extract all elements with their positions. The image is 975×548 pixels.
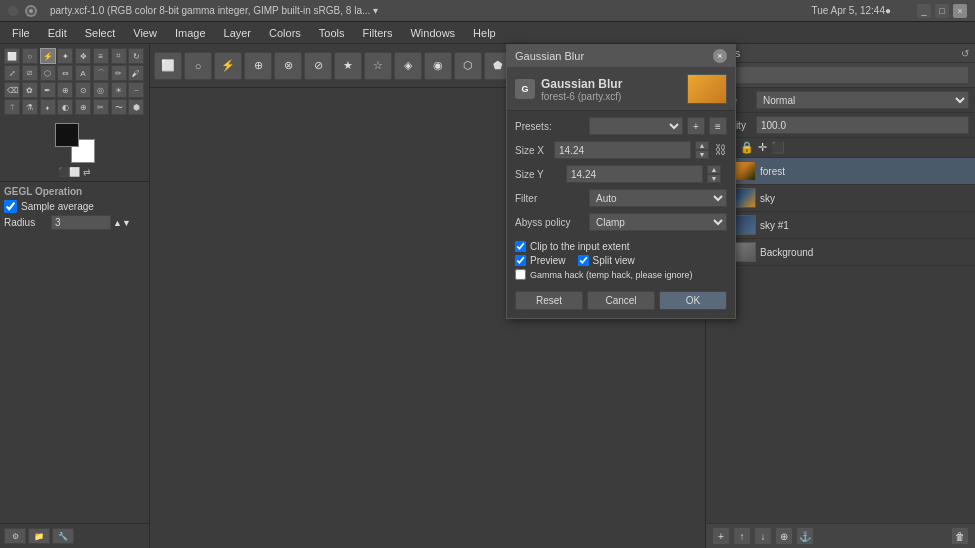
delete-layer-button[interactable]: 🗑	[951, 527, 969, 545]
window-buttons[interactable]: _ □ ×	[917, 4, 967, 18]
size-y-spinner[interactable]: ▲ ▼	[707, 165, 721, 183]
preview-checkbox[interactable]	[515, 255, 526, 266]
tool-zoom[interactable]: ⊕	[75, 99, 91, 115]
layer-item-sky1[interactable]: 👁 sky #1	[706, 212, 975, 239]
tool-fuzzy-select[interactable]: ✦	[57, 48, 73, 64]
layer-item-sky[interactable]: 👁 sky	[706, 185, 975, 212]
swap-colors[interactable]: ⇄	[83, 167, 91, 177]
tool-scissors[interactable]: ✂	[93, 99, 109, 115]
menu-colors[interactable]: Colors	[261, 25, 309, 41]
menu-select[interactable]: Select	[77, 25, 124, 41]
close-button[interactable]: ×	[953, 4, 967, 18]
foreground-color[interactable]	[55, 123, 79, 147]
option-icon-6[interactable]: ⊘	[304, 52, 332, 80]
radius-spinner[interactable]: ▲▼	[113, 218, 131, 228]
sample-average-check[interactable]: Sample average	[4, 200, 145, 213]
tool-perspective[interactable]: ⬡	[40, 65, 56, 81]
new-layer-button[interactable]: +	[712, 527, 730, 545]
menu-help[interactable]: Help	[465, 25, 504, 41]
tool-heal[interactable]: ⊕	[57, 82, 73, 98]
presets-menu-button[interactable]: ≡	[709, 117, 727, 135]
tool-colorsample[interactable]: ⚗	[22, 99, 38, 115]
presets-add-button[interactable]: +	[687, 117, 705, 135]
tool-snap[interactable]: 🔧	[52, 528, 74, 544]
option-icon-3[interactable]: ⚡	[214, 52, 242, 80]
tool-measure[interactable]: ⍑	[4, 99, 20, 115]
tool-align[interactable]: ≡	[93, 48, 109, 64]
tool-ellipse-select[interactable]: ○	[22, 48, 38, 64]
presets-select[interactable]	[589, 117, 683, 135]
split-checkbox[interactable]	[578, 255, 589, 266]
sample-average-checkbox[interactable]	[4, 200, 17, 213]
menu-edit[interactable]: Edit	[40, 25, 75, 41]
tool-airbrush[interactable]: ✿	[22, 82, 38, 98]
clip-checkbox[interactable]	[515, 241, 526, 252]
lower-layer-button[interactable]: ↓	[754, 527, 772, 545]
tool-eraser[interactable]: ⌫	[4, 82, 20, 98]
menu-file[interactable]: File	[4, 25, 38, 41]
option-icon-2[interactable]: ○	[184, 52, 212, 80]
menu-filters[interactable]: Filters	[355, 25, 401, 41]
option-icon-9[interactable]: ◈	[394, 52, 422, 80]
tool-text[interactable]: A	[75, 65, 91, 81]
chain-link[interactable]: ⛓	[715, 143, 727, 157]
menu-layer[interactable]: Layer	[216, 25, 260, 41]
tool-cage[interactable]: ⬢	[128, 99, 144, 115]
tool-blend[interactable]: ◐	[57, 99, 73, 115]
tool-dodge[interactable]: ☀	[111, 82, 127, 98]
option-icon-8[interactable]: ☆	[364, 52, 392, 80]
menu-image[interactable]: Image	[167, 25, 214, 41]
radius-input[interactable]	[51, 215, 111, 230]
tool-move[interactable]: ✥	[75, 48, 91, 64]
option-icon-5[interactable]: ⊗	[274, 52, 302, 80]
menu-view[interactable]: View	[125, 25, 165, 41]
size-y-up[interactable]: ▲	[707, 165, 721, 174]
tool-warp[interactable]: 〜	[111, 99, 127, 115]
maximize-button[interactable]: □	[935, 4, 949, 18]
reset-button[interactable]: Reset	[515, 291, 583, 310]
menu-windows[interactable]: Windows	[402, 25, 463, 41]
lock-alpha-icon[interactable]: ⬛	[771, 141, 785, 154]
cancel-button[interactable]: Cancel	[587, 291, 655, 310]
raise-layer-button[interactable]: ↑	[733, 527, 751, 545]
gamma-checkbox[interactable]	[515, 269, 526, 280]
size-y-input[interactable]	[566, 165, 703, 183]
tool-config[interactable]: ⚙	[4, 528, 26, 544]
size-y-down[interactable]: ▼	[707, 174, 721, 183]
option-icon-7[interactable]: ★	[334, 52, 362, 80]
mode-select[interactable]: Normal Multiply Screen Overlay	[756, 91, 969, 109]
tool-rect-select[interactable]: ⬜	[4, 48, 20, 64]
layer-item-forest[interactable]: 👁 forest	[706, 158, 975, 185]
layers-filter-input[interactable]	[712, 66, 969, 84]
duplicate-layer-button[interactable]: ⊕	[775, 527, 793, 545]
tool-scale[interactable]: ⤢	[4, 65, 20, 81]
tool-ink[interactable]: ✒	[40, 82, 56, 98]
lock-position-icon[interactable]: ✛	[758, 141, 767, 154]
size-x-spinner[interactable]: ▲ ▼	[695, 141, 709, 159]
gb-close-button[interactable]: ×	[713, 49, 727, 63]
abyss-select[interactable]: Clamp None Loop	[589, 213, 727, 231]
option-icon-1[interactable]: ⬜	[154, 52, 182, 80]
filter-select[interactable]: Auto RLE IIR	[589, 189, 727, 207]
layer-item-background[interactable]: 👁 Background	[706, 239, 975, 266]
size-x-input[interactable]	[554, 141, 691, 159]
ok-button[interactable]: OK	[659, 291, 727, 310]
tool-blur[interactable]: ◎	[93, 82, 109, 98]
size-x-up[interactable]: ▲	[695, 141, 709, 150]
paths-refresh-button[interactable]: ↺	[961, 48, 969, 59]
tool-paintbrush[interactable]: 🖌	[128, 65, 144, 81]
reset-colors[interactable]: ⬛⬜	[58, 167, 80, 177]
tool-smudge[interactable]: ~	[128, 82, 144, 98]
anchor-layer-button[interactable]: ⚓	[796, 527, 814, 545]
tool-paths[interactable]: ⌒	[93, 65, 109, 81]
minimize-button[interactable]: _	[917, 4, 931, 18]
tool-crop[interactable]: ⌗	[111, 48, 127, 64]
tool-shear[interactable]: ⧄	[22, 65, 38, 81]
opacity-input[interactable]	[756, 116, 969, 134]
tool-rotate[interactable]: ↻	[128, 48, 144, 64]
size-x-down[interactable]: ▼	[695, 150, 709, 159]
lock-pixels-icon[interactable]: 🔒	[740, 141, 754, 154]
option-icon-11[interactable]: ⬡	[454, 52, 482, 80]
menu-tools[interactable]: Tools	[311, 25, 353, 41]
tool-pencil[interactable]: ✏	[111, 65, 127, 81]
